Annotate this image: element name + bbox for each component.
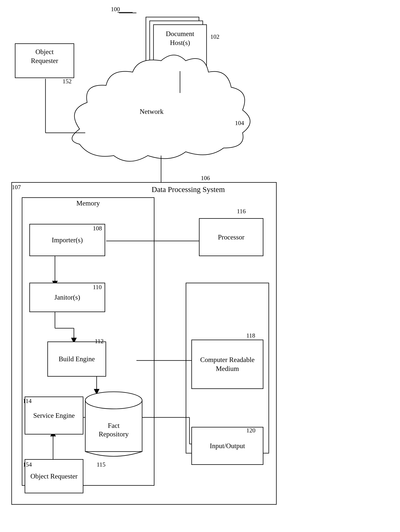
- ref-102: 102: [210, 33, 219, 40]
- ref-116: 116: [237, 208, 246, 215]
- ref-112: 112: [95, 338, 104, 345]
- build-engine-box: Build Engine: [47, 342, 106, 377]
- service-engine-box: Service Engine: [25, 397, 83, 435]
- ref-154: 154: [23, 461, 32, 468]
- svg-point-31: [85, 392, 142, 409]
- ref-152: 152: [62, 78, 72, 85]
- build-engine-label: Build Engine: [59, 355, 95, 363]
- ref-100: 100: [111, 6, 120, 13]
- processor-label: Processor: [218, 233, 244, 242]
- input-output-label: Input/Output: [210, 442, 245, 450]
- ref-104: 104: [235, 120, 244, 127]
- object-requester-bottom-box: Object Requester: [25, 459, 83, 493]
- svg-text:Repository: Repository: [99, 430, 129, 438]
- ref-114: 114: [23, 398, 32, 405]
- janitors-label: Janitor(s): [54, 293, 80, 302]
- data-processing-system-label: Data Processing System: [152, 185, 225, 194]
- ref-118: 118: [246, 332, 255, 339]
- processor-box: Processor: [199, 218, 263, 256]
- computer-readable-medium-box: Computer Readable Medium: [191, 340, 263, 389]
- object-requester-bottom-label: Object Requester: [31, 472, 78, 481]
- memory-label: Memory: [22, 199, 154, 208]
- ref-108: 108: [93, 225, 102, 232]
- ref-110: 110: [93, 284, 102, 291]
- network-label: Network: [123, 107, 180, 116]
- fact-repository-wrap: Fact Repository: [81, 391, 146, 463]
- ref-120: 120: [246, 427, 255, 434]
- svg-text:Fact: Fact: [108, 422, 120, 429]
- document-hosts-label: DocumentHost(s): [154, 29, 207, 47]
- importers-label: Importer(s): [52, 236, 83, 245]
- computer-readable-medium-label: Computer Readable Medium: [192, 355, 263, 373]
- ref-115: 115: [97, 461, 105, 468]
- ref-107: 107: [12, 184, 21, 191]
- service-engine-label: Service Engine: [33, 411, 75, 420]
- object-requester-top-label: ObjectRequester: [15, 47, 74, 65]
- ref-106: 106: [201, 175, 210, 182]
